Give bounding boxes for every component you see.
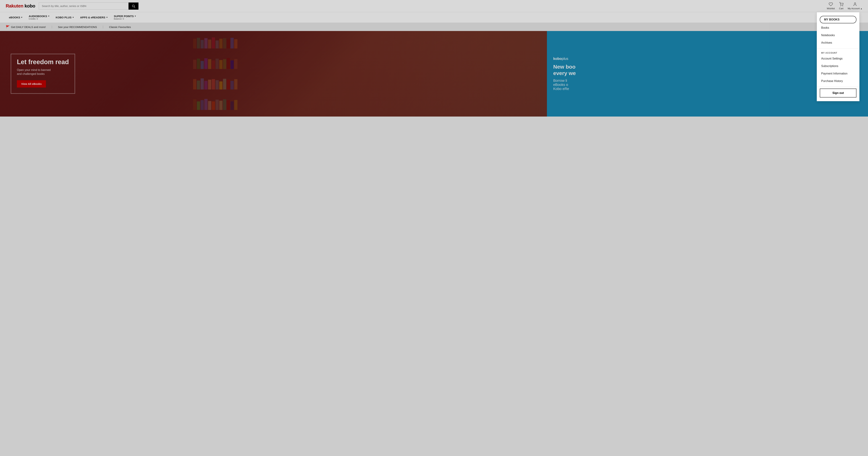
chevron-down-icon: ▾ (48, 15, 49, 17)
chevron-down-icon: ▾ (135, 15, 136, 17)
dropdown-notebooks[interactable]: Notebooks (817, 32, 859, 39)
logo[interactable]: Rakuten kobo (6, 3, 35, 9)
nav-ebooks-label: eBOOKS ▾ (9, 16, 22, 19)
main-content: Let freedom read Open your mind to banne… (0, 31, 868, 117)
header-actions: Wishlist Cart My Account ▲ (827, 2, 862, 10)
nav-item-ebooks[interactable]: eBOOKS ▾ (6, 13, 26, 21)
account-dropdown-menu: MY BOOKS Books Notebooks Archives MY ACC… (817, 12, 860, 101)
dropdown-archives[interactable]: Archives (817, 39, 859, 47)
chevron-down-icon: ▾ (73, 16, 74, 19)
my-account-trigger[interactable]: My Account ▲ (848, 2, 862, 10)
nav-audiobooks-label: AUDIOBOOKS ▾ (29, 15, 49, 18)
svg-point-4 (854, 3, 856, 4)
logo-kobo: kobo (25, 3, 35, 8)
kobo-logo-text: kobo (553, 57, 562, 61)
dropdown-my-account-section: MY ACCOUNT (817, 50, 859, 55)
heart-icon (829, 2, 833, 6)
nav-item-apps[interactable]: APPS & eREADERS ▾ (77, 13, 111, 21)
dropdown-books[interactable]: Books (817, 24, 859, 32)
dropdown-divider (817, 48, 859, 49)
header: Rakuten kobo Wishlist Cart (0, 0, 868, 12)
chevron-down-icon: ▾ (21, 16, 22, 19)
right-panel-title: New booevery we (553, 64, 862, 77)
nav-item-superpoints[interactable]: SUPER POINTS ▾ Balance: 0 (111, 12, 139, 23)
nav-superpoints-label: SUPER POINTS ▾ (114, 15, 136, 18)
promo-divider-2: | (102, 25, 103, 29)
nav-apps-label: APPS & eREADERS ▾ (80, 16, 107, 19)
chevron-down-icon: ▾ (106, 16, 107, 19)
hero-subtitle: Open your mind to bannedand challenged b… (17, 68, 69, 76)
person-icon (853, 2, 857, 6)
nav-koboplus-label: KOBO PLUS ▾ (56, 16, 74, 19)
nav-audiobooks-credits: Credits: 0 (29, 18, 49, 20)
svg-point-2 (841, 6, 841, 6)
dropdown-my-books-active[interactable]: MY BOOKS (820, 16, 857, 23)
cart-label: Cart (839, 7, 843, 10)
nav-item-koboplus[interactable]: KOBO PLUS ▾ (53, 13, 77, 21)
promo-bar: 🚩 Get DAILY DEALS and more! | See your R… (0, 23, 868, 31)
right-panel-subtitle: Borrow lieBooks oKobo eRe (553, 79, 862, 91)
promo-classic-favourites[interactable]: Classic Favourites (109, 26, 131, 29)
nav-item-audiobooks[interactable]: AUDIOBOOKS ▾ Credits: 0 (26, 12, 52, 23)
hero-banner: Let freedom read Open your mind to banne… (0, 31, 547, 117)
dropdown-payment-information[interactable]: Payment Information (817, 70, 859, 77)
chevron-up-icon: ▲ (860, 7, 862, 10)
kobo-plus-logo: koboplus (553, 57, 862, 61)
svg-line-1 (134, 7, 135, 7)
hero-cta-button[interactable]: View All eBooks (17, 80, 46, 88)
flag-icon: 🚩 (6, 25, 10, 29)
hero-content: Let freedom read Open your mind to banne… (11, 54, 75, 94)
search-container (39, 2, 138, 10)
hero-title: Let freedom read (17, 58, 69, 65)
logo-text: Rakuten kobo (6, 3, 35, 9)
cart-button[interactable]: Cart (839, 2, 843, 10)
search-input[interactable] (39, 2, 128, 10)
dropdown-purchase-history[interactable]: Purchase History (817, 77, 859, 85)
dropdown-account-settings[interactable]: Account Settings (817, 55, 859, 62)
wishlist-label: Wishlist (827, 7, 835, 10)
promo-recommendations[interactable]: See your RECOMMENDATIONS (58, 26, 97, 29)
nav-superpoints-balance: Balance: 0 (114, 18, 136, 20)
dropdown-subscriptions[interactable]: Subscriptions (817, 62, 859, 70)
hero-frame: Let freedom read Open your mind to banne… (11, 54, 75, 94)
svg-point-3 (842, 6, 843, 6)
my-account-label: My Account ▲ (848, 7, 862, 10)
cart-icon (839, 2, 843, 6)
promo-divider: | (52, 25, 52, 29)
search-icon (132, 4, 135, 8)
search-button[interactable] (128, 2, 138, 10)
dropdown-sign-out[interactable]: Sign out (820, 89, 857, 97)
nav-bar: eBOOKS ▾ AUDIOBOOKS ▾ Credits: 0 KOBO PL… (0, 12, 868, 23)
promo-daily-deals[interactable]: 🚩 Get DAILY DEALS and more! (6, 25, 46, 29)
wishlist-button[interactable]: Wishlist (827, 2, 835, 10)
hero-overlay (0, 31, 547, 117)
plus-text: plus (562, 57, 568, 61)
